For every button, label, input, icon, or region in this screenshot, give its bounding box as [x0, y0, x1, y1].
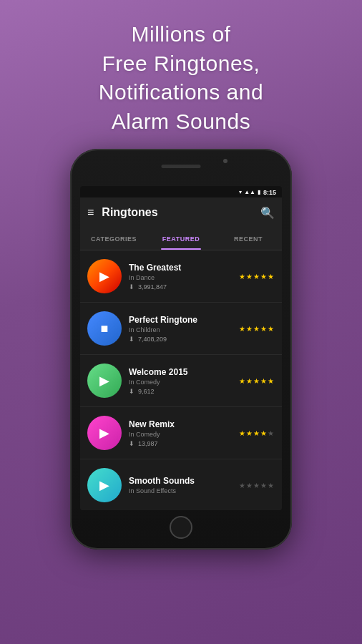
star-filled: ★: [260, 377, 268, 385]
star-filled: ★: [253, 377, 260, 385]
star-filled: ★: [246, 377, 253, 385]
star-empty: ★: [239, 482, 246, 489]
song-info: Perfect Ringtone In Children ⬇ 7,408,209: [129, 315, 232, 343]
song-thumbnail[interactable]: ▶: [87, 364, 122, 398]
status-time: 8:15: [263, 189, 276, 196]
phone-camera: [223, 159, 228, 163]
song-category: In Children: [129, 326, 232, 333]
star-filled: ★: [260, 325, 268, 333]
wifi-icon: ▾: [239, 189, 242, 195]
hero-line4: Alarm Sounds: [99, 107, 263, 137]
play-icon: ▶: [99, 425, 109, 441]
song-title: Welcome 2015: [129, 367, 232, 377]
app-bar: ≡ Ringtones 🔍: [80, 197, 282, 228]
star-rating: ★★★★★: [239, 325, 275, 333]
star-filled: ★: [239, 429, 246, 437]
play-icon: ■: [101, 321, 109, 336]
download-icon: ⬇: [129, 440, 134, 447]
star-rating: ★★★★★: [239, 377, 275, 385]
tab-recent[interactable]: RECENT: [215, 228, 282, 250]
star-filled: ★: [260, 273, 268, 280]
download-count: 13,987: [138, 440, 158, 447]
star-filled: ★: [253, 429, 260, 437]
star-filled: ★: [239, 273, 246, 280]
download-icon: ⬇: [129, 283, 134, 291]
download-count: 3,991,847: [138, 283, 167, 291]
song-info: New Remix In Comedy ⬇ 13,987: [129, 419, 232, 447]
download-count: 9,612: [138, 388, 155, 395]
song-rating: ★★★★★: [239, 325, 275, 333]
song-info: Welcome 2015 In Comedy ⬇ 9,612: [129, 367, 232, 395]
hero-line3: Notifications and: [99, 78, 263, 107]
song-title: Smooth Sounds: [129, 476, 232, 486]
list-item[interactable]: ▶ New Remix In Comedy ⬇ 13,987 ★★★★★: [80, 407, 282, 459]
star-filled: ★: [253, 273, 260, 280]
star-rating: ★★★★★: [239, 429, 275, 437]
phone-speaker: [162, 165, 201, 168]
song-category: In Dance: [129, 274, 232, 281]
song-category: In Comedy: [129, 431, 232, 438]
star-empty: ★: [253, 482, 260, 489]
play-icon: ▶: [99, 477, 109, 493]
song-rating: ★★★★★: [239, 482, 275, 489]
song-list: ▶ The Greatest In Dance ⬇ 3,991,847 ★★★★…: [80, 250, 282, 510]
battery-icon: ▮: [258, 189, 260, 195]
star-filled: ★: [246, 429, 253, 437]
list-item[interactable]: ▶ Smooth Sounds In Sound Effects ★★★★★: [80, 459, 282, 510]
status-bar: ▾ ▲▲ ▮ 8:15: [80, 186, 282, 197]
play-icon: ▶: [99, 373, 109, 389]
song-category: In Sound Effects: [129, 487, 232, 494]
star-rating: ★★★★★: [239, 482, 275, 489]
signal-icon: ▲▲: [244, 189, 255, 195]
star-rating: ★★★★★: [239, 273, 275, 280]
phone-mockup: ▾ ▲▲ ▮ 8:15 ≡ Ringtones 🔍 CATEGORIES FEA…: [70, 149, 292, 550]
status-icons: ▾ ▲▲ ▮: [239, 189, 260, 195]
tabs-bar: CATEGORIES FEATURED RECENT: [80, 228, 282, 250]
song-title: The Greatest: [129, 263, 232, 273]
star-filled: ★: [246, 273, 253, 280]
song-rating: ★★★★★: [239, 377, 275, 385]
song-title: New Remix: [129, 419, 232, 429]
star-empty: ★: [268, 482, 275, 489]
song-title: Perfect Ringtone: [129, 315, 232, 325]
song-rating: ★★★★★: [239, 273, 275, 280]
menu-icon[interactable]: ≡: [87, 206, 93, 219]
list-item[interactable]: ▶ The Greatest In Dance ⬇ 3,991,847 ★★★★…: [80, 250, 282, 303]
hero-text: Millions of Free Ringtones, Notification…: [99, 20, 263, 136]
song-thumbnail[interactable]: ■: [87, 311, 122, 346]
song-info: Smooth Sounds In Sound Effects: [129, 476, 232, 494]
list-item[interactable]: ▶ Welcome 2015 In Comedy ⬇ 9,612 ★★★★★: [80, 355, 282, 407]
tab-categories[interactable]: CATEGORIES: [80, 228, 147, 250]
phone-home-button[interactable]: [170, 516, 192, 539]
star-filled: ★: [268, 377, 275, 385]
song-category: In Comedy: [129, 379, 232, 386]
play-icon: ▶: [99, 268, 109, 284]
song-thumbnail[interactable]: ▶: [87, 259, 122, 293]
song-thumbnail[interactable]: ▶: [87, 416, 122, 450]
download-icon: ⬇: [129, 336, 134, 343]
star-filled: ★: [239, 377, 246, 385]
song-thumbnail[interactable]: ▶: [87, 468, 122, 502]
star-filled: ★: [260, 429, 268, 437]
download-count: 7,408,209: [138, 336, 167, 343]
song-info: The Greatest In Dance ⬇ 3,991,847: [129, 263, 232, 291]
star-filled: ★: [253, 325, 260, 333]
star-filled: ★: [239, 325, 246, 333]
star-empty: ★: [260, 482, 268, 489]
hero-line2: Free Ringtones,: [99, 49, 263, 79]
search-icon[interactable]: 🔍: [260, 206, 275, 220]
star-filled: ★: [246, 325, 253, 333]
tab-featured[interactable]: FEATURED: [147, 228, 215, 250]
star-filled: ★: [268, 273, 275, 280]
list-item[interactable]: ■ Perfect Ringtone In Children ⬇ 7,408,2…: [80, 303, 282, 355]
star-filled: ★: [268, 325, 275, 333]
song-rating: ★★★★★: [239, 429, 275, 437]
hero-line1: Millions of: [99, 20, 263, 49]
star-empty: ★: [246, 482, 253, 489]
phone-screen: ▾ ▲▲ ▮ 8:15 ≡ Ringtones 🔍 CATEGORIES FEA…: [80, 186, 282, 510]
star-empty: ★: [268, 429, 275, 437]
download-icon: ⬇: [129, 388, 134, 395]
app-title: Ringtones: [102, 206, 260, 219]
